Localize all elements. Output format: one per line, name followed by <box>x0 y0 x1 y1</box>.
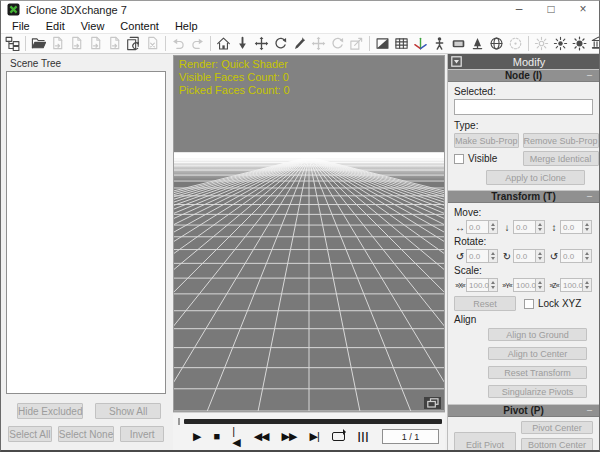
zoom-view-button[interactable] <box>347 34 366 53</box>
shade-mode-button[interactable] <box>373 34 392 53</box>
loop-button[interactable] <box>332 432 345 441</box>
merge-identical-button[interactable]: Merge Identical <box>523 151 599 166</box>
scale-y-value[interactable]: 100.0 <box>513 278 536 292</box>
move-x-spinner[interactable] <box>489 220 498 234</box>
move-z-value[interactable]: 0.0 <box>560 220 583 234</box>
scale-x-spinner[interactable] <box>489 278 498 292</box>
figure-display-button[interactable] <box>430 34 449 53</box>
move-z-spinner[interactable] <box>583 220 592 234</box>
orbit-view-button[interactable] <box>328 34 347 53</box>
globe-view-button[interactable] <box>487 34 506 53</box>
fast-forward-button[interactable]: ▶▶ <box>282 431 297 442</box>
minimize-button[interactable]: – <box>503 1 535 18</box>
reset-transform-button[interactable]: Reset Transform <box>488 366 587 379</box>
viewport-3d[interactable]: Render: Quick Shader Visible Faces Count… <box>173 55 445 412</box>
section-header-node[interactable]: Node (I) – <box>448 69 599 82</box>
first-frame-button[interactable]: |◀ <box>232 426 241 448</box>
sphere-dots-button[interactable] <box>506 34 525 53</box>
rotate-x-value[interactable]: 0.0 <box>466 249 489 263</box>
pan-view-button[interactable] <box>309 34 328 53</box>
scale-z-value[interactable]: 100.0 <box>560 278 583 292</box>
menu-help[interactable]: Help <box>167 20 206 32</box>
align-to-ground-button[interactable]: Align to Ground <box>488 328 587 341</box>
undo-button[interactable] <box>169 34 188 53</box>
grid-toggle-button[interactable] <box>392 34 411 53</box>
timeline-track[interactable] <box>184 419 442 424</box>
playhead-marker[interactable] <box>178 418 180 425</box>
move-x-value[interactable]: 0.0 <box>466 220 489 234</box>
frame-counter[interactable]: 1 / 1 <box>382 429 439 444</box>
scale-y-spinner[interactable] <box>536 278 545 292</box>
close-button[interactable]: × <box>567 1 599 18</box>
rotate-y-value[interactable]: 0.0 <box>513 249 536 263</box>
play-button[interactable]: ▶ <box>193 431 200 442</box>
pick-tool-button[interactable] <box>290 34 309 53</box>
show-all-button[interactable]: Show All <box>95 403 161 419</box>
collapse-icon[interactable]: – <box>587 406 595 415</box>
menu-view[interactable]: View <box>73 20 113 32</box>
move-tool-button[interactable] <box>252 34 271 53</box>
image-plane-button[interactable] <box>449 34 468 53</box>
stop-button[interactable]: ■ <box>213 431 219 442</box>
stage-button[interactable] <box>589 34 600 53</box>
bottom-center-button[interactable]: Bottom Center <box>521 438 593 450</box>
make-sub-prop-button[interactable]: Make Sub-Prop <box>454 133 519 148</box>
viewport-column: Render: Quick Shader Visible Faces Count… <box>171 54 447 450</box>
viewport-layout-button[interactable] <box>424 397 441 409</box>
section-header-pivot[interactable]: Pivot (P) – <box>448 404 599 417</box>
edit-pivot-button[interactable]: Edit Pivot <box>454 432 516 451</box>
collapse-icon[interactable]: – <box>587 71 595 80</box>
hide-excluded-button[interactable]: Hide Excluded <box>17 403 83 419</box>
open-file-button[interactable] <box>29 34 48 53</box>
reset-button[interactable]: Reset <box>454 296 516 311</box>
export-file-button[interactable] <box>67 34 86 53</box>
menu-edit[interactable]: Edit <box>38 20 73 32</box>
frame-mode-button[interactable]: ||| <box>358 432 369 442</box>
singularize-pivots-button[interactable]: Singularize Pivots <box>488 385 587 398</box>
node-section-title: Node (I) <box>460 70 587 81</box>
import-file-button[interactable] <box>48 34 67 53</box>
sun-light-button[interactable] <box>570 34 589 53</box>
export-file-2-button[interactable] <box>86 34 105 53</box>
rewind-button[interactable]: ◀◀ <box>254 431 269 442</box>
axis-display-button[interactable] <box>411 34 430 53</box>
dock-panel-icon[interactable] <box>451 56 462 67</box>
move-y-spinner[interactable] <box>536 220 545 234</box>
maximize-button[interactable]: □ <box>535 1 567 18</box>
select-all-button[interactable]: Select All <box>8 426 52 442</box>
move-y-value[interactable]: 0.0 <box>513 220 536 234</box>
rotate-z-spinner[interactable] <box>583 249 592 263</box>
export-file-3-button[interactable] <box>105 34 124 53</box>
lock-xyz-checkbox[interactable] <box>524 299 534 309</box>
visible-checkbox[interactable] <box>454 154 464 164</box>
align-to-center-button[interactable]: Align to Center <box>488 347 587 360</box>
menu-content[interactable]: Content <box>112 20 167 32</box>
apply-to-iclone-button[interactable]: Apply to iClone <box>486 170 585 185</box>
remove-file-button[interactable] <box>143 34 162 53</box>
scene-tree-list[interactable] <box>6 71 166 394</box>
cone-light-button[interactable] <box>468 34 487 53</box>
redo-button[interactable] <box>188 34 207 53</box>
point-light-button[interactable] <box>532 34 551 53</box>
scene-tree-button[interactable] <box>3 34 22 53</box>
scale-x-value[interactable]: 100.0 <box>466 278 489 292</box>
rotate-tool-button[interactable] <box>271 34 290 53</box>
invert-button[interactable]: Invert <box>120 426 164 442</box>
remove-sub-prop-button[interactable]: Remove Sub-Prop <box>523 133 599 148</box>
zoom-extents-button[interactable] <box>233 34 252 53</box>
menu-file[interactable]: File <box>4 20 38 32</box>
select-none-button[interactable]: Select None <box>58 426 114 442</box>
rotate-x-spinner[interactable] <box>489 249 498 263</box>
rotate-z-value[interactable]: 0.0 <box>560 249 583 263</box>
scale-z-spinner[interactable] <box>583 278 592 292</box>
pivot-center-button[interactable]: Pivot Center <box>521 421 593 434</box>
spot-light-button[interactable] <box>551 34 570 53</box>
collapse-icon[interactable]: – <box>587 192 595 201</box>
selected-input[interactable] <box>454 99 593 115</box>
rotate-y-spinner[interactable] <box>536 249 545 263</box>
section-header-transform[interactable]: Transform (T) – <box>448 190 599 203</box>
home-view-button[interactable] <box>214 34 233 53</box>
batch-apply-button[interactable] <box>124 34 143 53</box>
last-frame-button[interactable]: ▶| <box>309 431 318 442</box>
loop-icon <box>332 432 345 441</box>
